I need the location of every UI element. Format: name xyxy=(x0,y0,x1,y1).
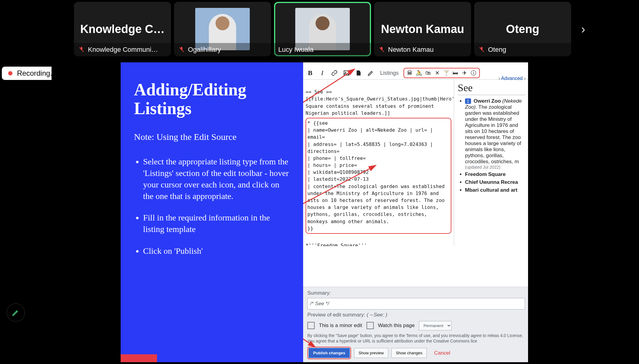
show-preview-button[interactable]: Show preview xyxy=(354,348,388,358)
reference-icon[interactable] xyxy=(354,68,363,78)
minor-edit-checkbox[interactable] xyxy=(307,322,315,329)
participant-name: Oteng xyxy=(488,46,506,54)
listings-toolbar-group: 🏛 🚴 🛍 ✕ 🍸 🛏 ✈ ⓘ xyxy=(403,68,480,78)
participant-name: Lucy Iwuala xyxy=(278,46,313,54)
publish-footer: Summary: Preview of edit summary: (→See:… xyxy=(303,287,528,362)
summary-input[interactable] xyxy=(307,298,525,309)
participant-display-name: Knowledge C… xyxy=(80,23,165,36)
participant-tile-active-speaker[interactable]: Lucy Iwuala xyxy=(274,2,371,56)
listing-number-badge: 1 xyxy=(465,98,471,104)
publish-highlight-box: Publish changes xyxy=(307,347,351,359)
italic-button[interactable]: I xyxy=(318,68,327,78)
minor-edit-label: This is a minor edit xyxy=(319,323,362,329)
record-icon xyxy=(7,70,13,76)
participant-name: Knowledge Communi… xyxy=(88,46,158,54)
listing-other-icon[interactable]: ⓘ xyxy=(470,69,477,77)
advanced-link[interactable]: › Advanced › xyxy=(498,76,526,81)
slide-accent-bar xyxy=(121,354,157,362)
mic-muted-icon xyxy=(378,46,385,53)
code-text: == See == [[File:Hero's_Square_Owerri_St… xyxy=(306,89,454,116)
gallery-next-button[interactable]: › xyxy=(574,2,592,56)
link-icon[interactable] xyxy=(330,68,339,78)
mic-muted-icon xyxy=(178,46,185,53)
live-preview-panel: See 1 Owerri Zoo (Nekede Zoo). The zoolo… xyxy=(454,80,528,246)
highlighted-code-block: * {{see | name=Owerri Zoo | alt=Nekede Z… xyxy=(306,118,451,234)
preview-list-item: 1 Owerri Zoo (Nekede Zoo). The zoologica… xyxy=(465,98,526,170)
participant-name: Ogalihillary xyxy=(188,46,221,54)
slide-left-panel: Adding/Editing Listings Note: Using the … xyxy=(121,62,303,362)
updated-label: (updated Jul 2022) xyxy=(465,165,526,170)
shared-screen-stage: Adding/Editing Listings Note: Using the … xyxy=(52,61,588,363)
slide-bullet: Fill in the required information in the … xyxy=(143,212,290,235)
svg-point-1 xyxy=(345,72,346,73)
preview-summary-label: Preview of edit summary: xyxy=(307,312,367,318)
participant-tile[interactable]: Knowledge C… Knowledge Communi… xyxy=(74,2,171,56)
source-editor-textarea[interactable]: == See == [[File:Hero's_Square_Owerri_St… xyxy=(303,80,454,246)
slide-bullet-list: Select the appropriate listing type from… xyxy=(134,156,290,257)
preview-heading: See xyxy=(458,82,526,95)
listing-see-icon[interactable]: 🏛 xyxy=(406,69,414,77)
listing-go-icon[interactable]: ✈ xyxy=(460,69,468,77)
listing-drink-icon[interactable]: 🍸 xyxy=(442,69,450,77)
slide-note: Note: Using the Edit Source xyxy=(134,132,290,142)
pencil-icon xyxy=(12,309,20,316)
listings-label: Listings xyxy=(380,70,399,76)
watch-duration-select[interactable]: Permanent xyxy=(419,321,452,330)
mic-muted-icon xyxy=(78,46,85,53)
participant-tile[interactable]: Ogalihillary xyxy=(174,2,271,56)
participant-display-name: Newton Kamau xyxy=(381,23,464,36)
participant-name: Newton Kamau xyxy=(388,46,433,54)
recording-label: Recording... xyxy=(17,69,56,78)
listing-buy-icon[interactable]: 🛍 xyxy=(424,69,432,77)
annotate-button[interactable] xyxy=(7,303,25,322)
slide-right-editor-screenshot: B I Listings 🏛 xyxy=(303,62,528,362)
show-changes-button[interactable]: Show changes xyxy=(391,348,427,358)
slide-bullet: Click on 'Publish' xyxy=(143,245,290,257)
participant-tile[interactable]: Oteng Oteng xyxy=(474,2,571,56)
preview-list-item: Freedom Square xyxy=(465,171,526,177)
participant-gallery: Knowledge C… Knowledge Communi… Ogalihil… xyxy=(74,2,627,56)
listing-sleep-icon[interactable]: 🛏 xyxy=(451,69,459,77)
preview-list-item: Mbari cultural and art xyxy=(465,187,526,193)
code-text: *'''Freedom Square''' *'''Chief Uwunna R… xyxy=(306,243,449,246)
publish-changes-button[interactable]: Publish changes xyxy=(309,348,350,358)
presentation-slide: Adding/Editing Listings Note: Using the … xyxy=(121,62,528,362)
preview-list-item: Chief Uwunna Recrea xyxy=(465,179,526,185)
watch-page-label: Watch this page xyxy=(378,323,415,329)
listing-eat-icon[interactable]: ✕ xyxy=(433,69,441,77)
legal-text: By clicking the "Save page" button, you … xyxy=(307,333,524,344)
cancel-link[interactable]: Cancel xyxy=(430,348,454,359)
summary-label: Summary: xyxy=(307,290,524,296)
listing-do-icon[interactable]: 🚴 xyxy=(415,69,423,77)
watch-page-checkbox[interactable] xyxy=(366,322,374,329)
signature-icon[interactable] xyxy=(366,68,375,78)
slide-title: Adding/Editing Listings xyxy=(134,81,290,118)
image-icon[interactable] xyxy=(342,68,351,78)
mic-muted-icon xyxy=(478,46,485,53)
wiki-edit-toolbar: B I Listings 🏛 xyxy=(303,67,528,80)
participant-display-name: Oteng xyxy=(506,23,539,36)
slide-bullet: Select the appropriate listing type from… xyxy=(143,156,290,202)
bold-button[interactable]: B xyxy=(306,68,315,78)
participant-tile[interactable]: Newton Kamau Newton Kamau xyxy=(374,2,471,56)
